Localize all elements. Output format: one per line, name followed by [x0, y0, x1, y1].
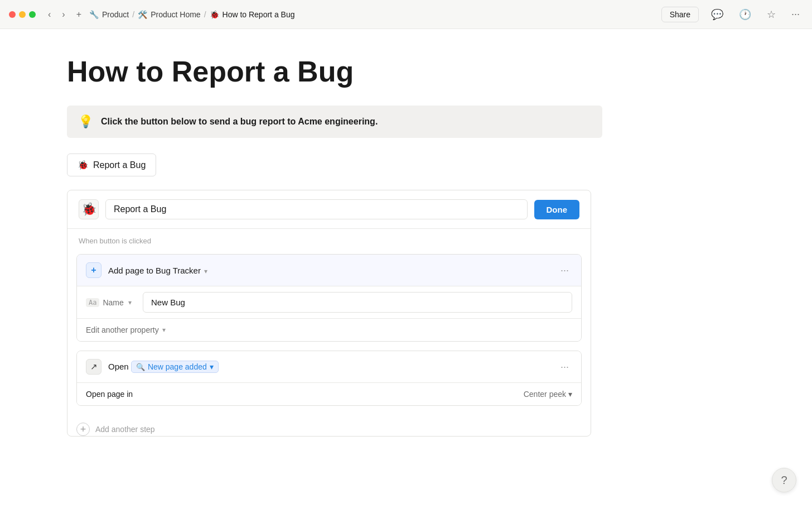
step2-header: ↗ Open 🔍 New page added ▾ ···	[77, 351, 581, 382]
add-page-step-block: + Add page to Bug Tracker ▾ ··· Aa Name …	[76, 254, 582, 342]
step1-name-chevron[interactable]: ▾	[128, 299, 132, 306]
edit-property-label: Edit another property	[86, 325, 159, 334]
share-button[interactable]: Share	[661, 7, 699, 22]
callout-text: Click the button below to send a bug rep…	[101, 117, 378, 127]
edit-property-button[interactable]: Edit another property ▾	[86, 325, 166, 334]
history-icon-button[interactable]: 🕐	[736, 6, 755, 23]
step1-target-chevron[interactable]: ▾	[204, 267, 207, 275]
forward-button[interactable]: ›	[59, 7, 68, 22]
home-label[interactable]: Product Home	[151, 10, 200, 19]
step2-title: Open 🔍 New page added ▾	[108, 361, 550, 373]
page-title: How to Report a Bug	[67, 56, 602, 88]
search-icon: 🔍	[136, 363, 145, 371]
callout-block: 💡 Click the button below to send a bug r…	[67, 106, 602, 138]
editor-header: 🐞 Done	[67, 190, 591, 229]
page-breadcrumb-label: How to Report a Bug	[223, 10, 295, 19]
step1-action: Add page to	[108, 266, 153, 275]
trigger-label: When button is clicked	[67, 229, 591, 251]
step1-name-label: Aa Name ▾	[86, 298, 136, 307]
new-tab-button[interactable]: +	[73, 7, 85, 22]
favorite-icon-button[interactable]: ☆	[763, 6, 779, 23]
breadcrumb-sep1: /	[132, 10, 134, 19]
traffic-lights	[9, 11, 36, 18]
step1-header: + Add page to Bug Tracker ▾ ···	[77, 255, 581, 286]
report-bug-button-label: Report a Bug	[93, 160, 146, 170]
tag-label: New page added	[148, 362, 207, 371]
minimize-traffic-light[interactable]	[19, 11, 26, 18]
open-step-block: ↗ Open 🔍 New page added ▾ ··· Open page …	[76, 351, 582, 406]
home-icon: 🛠️	[138, 10, 147, 19]
workspace-icon: 🔧	[89, 10, 99, 19]
step2-icon: ↗	[86, 359, 102, 375]
edit-property-row: Edit another property ▾	[77, 318, 581, 341]
callout-icon: 💡	[78, 114, 93, 129]
tag-chevron: ▾	[210, 362, 214, 371]
add-step-row[interactable]: + Add another step	[67, 415, 591, 436]
editor-title-input[interactable]	[105, 199, 528, 219]
center-peek-label: Center peek	[524, 390, 566, 399]
maximize-traffic-light[interactable]	[29, 11, 36, 18]
add-step-button[interactable]: +	[76, 423, 90, 436]
step1-icon: +	[86, 262, 102, 278]
new-page-added-tag[interactable]: 🔍 New page added ▾	[131, 361, 219, 373]
step2-more-button[interactable]: ···	[557, 360, 572, 374]
edit-property-chevron: ▾	[162, 326, 166, 334]
breadcrumb: 🔧 Product / 🛠️ Product Home / 🐞 How to R…	[89, 10, 657, 19]
help-button[interactable]: ?	[772, 468, 796, 492]
editor-panel: 🐞 Done When button is clicked + Add page…	[67, 190, 591, 437]
step1-name-type: Aa	[86, 298, 99, 307]
step1-title: Add page to Bug Tracker ▾	[108, 266, 550, 275]
more-icon-button[interactable]: ···	[788, 6, 803, 22]
report-bug-button-icon: 🐞	[78, 160, 89, 170]
step1-name-input[interactable]	[143, 292, 572, 313]
center-peek-button[interactable]: Center peek ▾	[524, 390, 572, 399]
step2-action: Open	[108, 362, 129, 371]
comment-icon-button[interactable]: 💬	[708, 6, 727, 23]
step1-more-button[interactable]: ···	[557, 263, 572, 277]
add-step-label: Add another step	[95, 425, 155, 434]
main-content: How to Report a Bug 💡 Click the button b…	[0, 29, 669, 508]
done-button[interactable]: Done	[534, 200, 580, 219]
close-traffic-light[interactable]	[9, 11, 16, 18]
step1-name-text: Name	[103, 298, 123, 307]
open-page-in-row: Open page in Center peek ▾	[77, 382, 581, 405]
breadcrumb-sep2: /	[204, 10, 206, 19]
editor-button-icon: 🐞	[79, 199, 99, 219]
report-bug-button[interactable]: 🐞 Report a Bug	[67, 154, 156, 176]
page-icon: 🐞	[210, 10, 219, 19]
back-button[interactable]: ‹	[45, 7, 54, 22]
titlebar: ‹ › + 🔧 Product / 🛠️ Product Home / 🐞 Ho…	[0, 0, 812, 29]
open-page-in-label: Open page in	[86, 390, 517, 399]
workspace-label[interactable]: Product	[102, 10, 129, 19]
center-peek-chevron: ▾	[568, 390, 572, 399]
titlebar-actions: Share 💬 🕐 ☆ ···	[661, 6, 803, 23]
step1-target[interactable]: Bug Tracker	[156, 266, 201, 275]
step1-name-row: Aa Name ▾	[77, 286, 581, 318]
